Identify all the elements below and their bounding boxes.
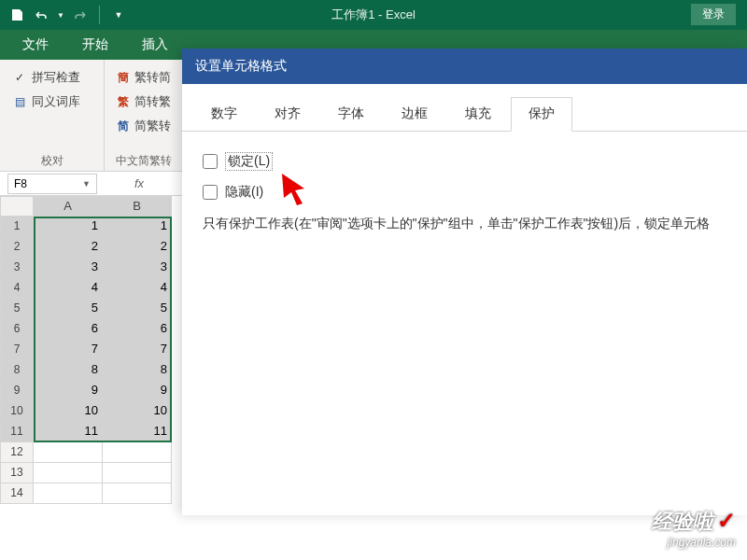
undo-dropdown-icon[interactable]: ▼ [56, 6, 65, 24]
name-box-value: F8 [14, 177, 27, 190]
cell[interactable]: 4 [103, 278, 172, 299]
cell[interactable]: 8 [34, 360, 103, 381]
col-header-a[interactable]: A [34, 196, 103, 217]
cell[interactable]: 2 [34, 237, 103, 258]
cell[interactable]: 11 [34, 422, 103, 442]
cell[interactable]: 5 [34, 299, 103, 319]
cell[interactable] [103, 483, 172, 504]
lock-checkbox[interactable] [203, 154, 218, 169]
hide-checkbox[interactable] [203, 185, 218, 200]
save-icon[interactable] [7, 6, 26, 24]
spell-check-button[interactable]: ✓ 拼写检查 [7, 67, 96, 88]
redo-icon[interactable] [71, 6, 90, 24]
cell[interactable]: 10 [103, 401, 172, 422]
trad-to-simp-button[interactable]: 簡 繁转简 [112, 67, 175, 88]
cell[interactable]: 6 [34, 319, 103, 340]
row-header[interactable]: 5 [0, 299, 34, 319]
cell[interactable]: 6 [103, 319, 172, 340]
name-box-dropdown-icon[interactable]: ▼ [82, 179, 91, 189]
undo-icon[interactable] [32, 6, 50, 24]
simp-to-trad-icon: 繁 [116, 93, 131, 110]
cell[interactable]: 7 [103, 340, 172, 360]
simp-to-trad-label: 简转繁 [134, 93, 171, 110]
watermark: 经验啦✓ jingyanla.com [652, 508, 736, 549]
tab-file[interactable]: 文件 [9, 31, 62, 59]
cell[interactable] [34, 463, 103, 483]
trad-to-simp-label: 繁转简 [134, 69, 171, 86]
spell-check-label: 拼写检查 [32, 69, 80, 86]
dlg-tab-align[interactable]: 对齐 [257, 97, 318, 131]
ribbon-group-proofing: ✓ 拼写检查 ▤ 同义词库 校对 [0, 60, 105, 171]
cell[interactable]: 8 [103, 360, 172, 381]
title-bar: ▼ ▼ 工作簿1 - Excel 登录 [0, 0, 747, 30]
group-label-chinese: 中文简繁转 [112, 149, 175, 169]
convert-button[interactable]: 简 简繁转 [112, 116, 175, 136]
hide-checkbox-row: 隐藏(I) [203, 184, 726, 201]
row-header[interactable]: 12 [0, 442, 34, 463]
watermark-check-icon: ✓ [717, 508, 736, 533]
cell[interactable]: 1 [103, 217, 172, 237]
cell[interactable] [34, 442, 103, 463]
cell[interactable]: 9 [103, 381, 172, 401]
cell[interactable]: 4 [34, 278, 103, 299]
tab-insert[interactable]: 插入 [129, 31, 181, 59]
spell-check-icon: ✓ [11, 69, 28, 86]
dialog-tabs: 数字 对齐 字体 边框 填充 保护 [182, 84, 747, 132]
row-header[interactable]: 3 [0, 258, 34, 278]
ribbon-group-chinese: 簡 繁转简 繁 简转繁 简 简繁转 中文简繁转 [105, 60, 183, 171]
dlg-tab-border[interactable]: 边框 [384, 97, 445, 131]
cell[interactable]: 1 [34, 217, 103, 237]
tab-home[interactable]: 开始 [69, 31, 121, 59]
lock-checkbox-row: 锁定(L) [203, 152, 726, 171]
row-header[interactable]: 9 [0, 381, 34, 401]
cell[interactable]: 11 [103, 422, 172, 442]
fx-icon[interactable]: fx [129, 176, 149, 190]
col-header-b[interactable]: B [103, 196, 172, 217]
row-header[interactable]: 8 [0, 360, 34, 381]
dlg-tab-number[interactable]: 数字 [193, 97, 255, 131]
dlg-tab-protection[interactable]: 保护 [511, 97, 572, 132]
qat-customize-icon[interactable]: ▼ [109, 6, 128, 24]
cell[interactable] [34, 483, 103, 504]
cell[interactable]: 7 [34, 340, 103, 360]
row-header[interactable]: 4 [0, 278, 34, 299]
protection-description: 只有保护工作表(在"审阅"选项卡上的"保护"组中，单击"保护工作表"按钮)后，锁… [203, 214, 726, 233]
row-header[interactable]: 2 [0, 237, 34, 258]
dlg-tab-fill[interactable]: 填充 [447, 97, 509, 131]
cell[interactable]: 2 [103, 237, 172, 258]
cell[interactable] [103, 463, 172, 483]
trad-to-simp-icon: 簡 [116, 69, 131, 86]
hide-label[interactable]: 隐藏(I) [225, 184, 263, 201]
row-header[interactable]: 14 [0, 483, 34, 504]
qat-separator [99, 6, 100, 24]
cell[interactable]: 9 [34, 381, 103, 401]
format-cells-dialog: 设置单元格格式 数字 对齐 字体 边框 填充 保护 锁定(L) 隐藏(I) 只有… [182, 49, 747, 515]
app-title: 工作簿1 - Excel [331, 7, 416, 23]
cell[interactable]: 3 [34, 258, 103, 278]
group-label-proofing: 校对 [7, 149, 96, 169]
cell[interactable]: 3 [103, 258, 172, 278]
row-header[interactable]: 10 [0, 401, 34, 422]
cell[interactable] [103, 442, 172, 463]
dialog-body: 锁定(L) 隐藏(I) 只有保护工作表(在"审阅"选项卡上的"保护"组中，单击"… [182, 132, 747, 254]
watermark-url: jingyanla.com [652, 536, 736, 549]
login-button[interactable]: 登录 [691, 4, 736, 25]
cell[interactable]: 5 [103, 299, 172, 319]
watermark-text: 经验啦 [652, 510, 713, 533]
select-all-corner[interactable] [0, 196, 34, 217]
dialog-title: 设置单元格格式 [182, 49, 747, 84]
cell[interactable]: 10 [34, 401, 103, 422]
row-header[interactable]: 11 [0, 422, 34, 442]
convert-icon: 简 [116, 118, 131, 134]
row-header[interactable]: 6 [0, 319, 34, 340]
row-header[interactable]: 7 [0, 340, 34, 360]
lock-label[interactable]: 锁定(L) [225, 152, 273, 171]
simp-to-trad-button[interactable]: 繁 简转繁 [112, 91, 175, 112]
dlg-tab-font[interactable]: 字体 [320, 97, 382, 131]
thesaurus-button[interactable]: ▤ 同义词库 [7, 91, 96, 112]
row-header[interactable]: 1 [0, 217, 34, 237]
row-header[interactable]: 13 [0, 463, 34, 483]
thesaurus-icon: ▤ [11, 93, 28, 110]
thesaurus-label: 同义词库 [32, 93, 80, 110]
name-box[interactable]: F8 ▼ [7, 174, 97, 194]
